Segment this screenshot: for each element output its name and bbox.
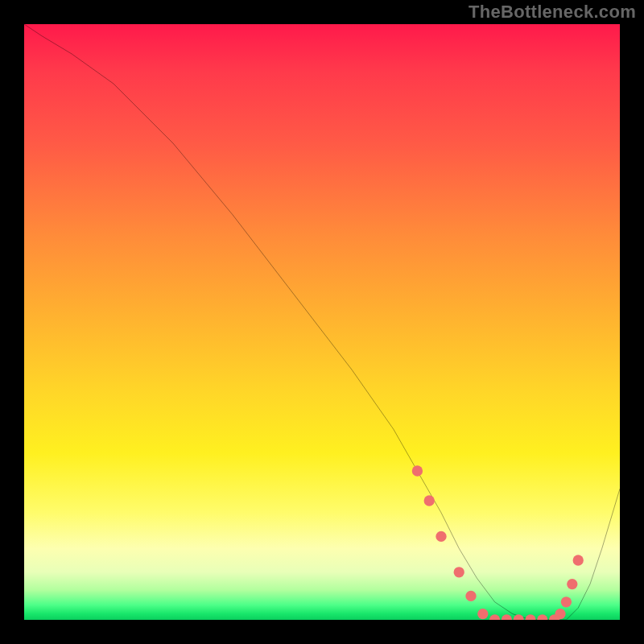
- marker-dot: [412, 465, 423, 476]
- marker-dot: [477, 609, 488, 619]
- marker-dot: [454, 567, 464, 577]
- marker-dot: [436, 531, 446, 542]
- plot-area: [24, 24, 620, 620]
- marker-dot: [567, 579, 577, 589]
- marker-dot: [465, 591, 476, 601]
- chart-frame: TheBottleneck.com: [0, 0, 644, 644]
- marker-dot: [537, 614, 547, 620]
- marker-dot: [555, 609, 565, 619]
- marker-dot: [502, 614, 512, 620]
- marker-dots: [412, 465, 584, 620]
- marker-dot: [561, 597, 572, 607]
- marker-dot: [424, 495, 435, 506]
- curve-line: [24, 24, 620, 620]
- marker-dot: [525, 614, 535, 620]
- bottleneck-curve: [24, 24, 620, 620]
- marker-dot: [514, 614, 524, 620]
- watermark-label: TheBottleneck.com: [469, 2, 636, 23]
- marker-dot: [489, 614, 500, 620]
- marker-dot: [573, 555, 584, 565]
